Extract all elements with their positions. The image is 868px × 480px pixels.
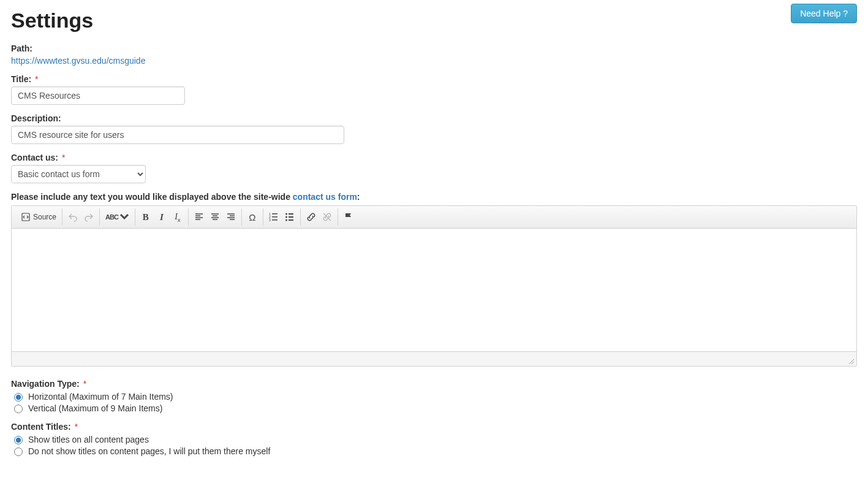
redo-button[interactable] (81, 210, 96, 224)
nav-type-label-text: Navigation Type: (11, 379, 80, 389)
source-icon (21, 212, 31, 222)
bold-icon: B (143, 212, 149, 223)
align-right-icon (226, 212, 236, 222)
flag-button[interactable] (341, 210, 356, 224)
path-label: Path: (11, 44, 857, 53)
editor-toolbar: Source ABC (12, 206, 856, 229)
omega-icon: Ω (249, 212, 255, 223)
editor-textarea[interactable] (12, 229, 856, 351)
undo-icon (68, 212, 78, 222)
rich-text-editor: Source ABC (11, 205, 857, 367)
description-field-group: Description: (11, 113, 857, 144)
align-right-button[interactable] (224, 210, 238, 224)
content-titles-group: Content Titles: * Show titles on all con… (11, 422, 857, 456)
align-left-button[interactable] (192, 210, 206, 224)
content-titles-hide-radio[interactable] (14, 448, 23, 456)
title-input[interactable] (11, 86, 185, 105)
bold-button[interactable]: B (138, 210, 153, 224)
nav-type-group: Navigation Type: * Horizontal (Maximum o… (11, 379, 857, 413)
contact-us-label-text: Contact us: (11, 153, 58, 162)
resize-handle-icon[interactable] (848, 357, 855, 365)
contact-us-field-group: Contact us: * Basic contact us form (11, 153, 857, 183)
required-asterisk: * (75, 422, 78, 432)
nav-vertical-radio[interactable] (14, 405, 23, 413)
svg-rect-6 (272, 219, 277, 221)
ordered-list-button[interactable]: 123 (266, 210, 281, 224)
unlink-button[interactable] (320, 210, 334, 224)
svg-rect-8 (289, 213, 293, 215)
content-titles-hide-label[interactable]: Do not show titles on content pages, I w… (28, 446, 270, 456)
italic-button[interactable]: I (154, 210, 169, 224)
undo-button[interactable] (66, 210, 80, 224)
link-icon (306, 212, 316, 222)
nav-vertical-label[interactable]: Vertical (Maximum of 9 Main Items) (28, 403, 162, 413)
redo-icon (84, 212, 94, 222)
chevron-down-icon (119, 212, 129, 222)
svg-point-7 (285, 213, 287, 215)
svg-point-11 (285, 219, 287, 221)
required-asterisk: * (62, 153, 65, 162)
source-label: Source (33, 213, 56, 221)
remove-format-icon: Ix (175, 211, 180, 223)
path-link[interactable]: https://wwwtest.gvsu.edu/cmsguide (11, 56, 145, 66)
description-input[interactable] (11, 126, 344, 144)
required-asterisk: * (83, 379, 86, 389)
svg-rect-4 (272, 216, 277, 218)
path-field: Path: https://wwwtest.gvsu.edu/cmsguide (11, 44, 857, 66)
nav-type-label: Navigation Type: * (11, 379, 857, 389)
need-help-button[interactable]: Need Help ? (791, 4, 857, 23)
svg-rect-10 (289, 216, 293, 218)
editor-intro-prefix: Please include any text you would like d… (11, 192, 293, 202)
align-center-button[interactable] (208, 210, 222, 224)
content-titles-show-label[interactable]: Show titles on all content pages (28, 435, 149, 444)
title-label-text: Title: (11, 74, 31, 84)
required-asterisk: * (35, 74, 38, 84)
align-left-icon (194, 212, 204, 222)
svg-point-9 (285, 216, 287, 218)
source-button[interactable]: Source (18, 210, 59, 224)
flag-icon (344, 212, 353, 222)
content-titles-label: Content Titles: * (11, 422, 857, 432)
content-titles-show-radio[interactable] (14, 436, 23, 444)
align-center-icon (210, 212, 220, 222)
unordered-list-icon (285, 212, 295, 222)
description-label: Description: (11, 113, 857, 123)
page-title: Settings (11, 9, 93, 32)
spellcheck-icon: ABC (105, 213, 118, 221)
title-field-group: Title: * (11, 74, 857, 105)
unordered-list-button[interactable] (282, 210, 297, 224)
nav-horizontal-radio[interactable] (14, 393, 23, 402)
title-label: Title: * (11, 74, 857, 84)
unlink-icon (322, 212, 332, 222)
contact-us-select[interactable]: Basic contact us form (11, 165, 146, 183)
svg-rect-2 (272, 213, 277, 215)
editor-intro-suffix: : (357, 192, 360, 202)
spellcheck-button[interactable]: ABC (103, 210, 132, 224)
svg-text:3: 3 (269, 218, 271, 222)
ordered-list-icon: 123 (269, 212, 279, 222)
editor-footer (12, 351, 856, 366)
contact-us-form-link[interactable]: contact us form (293, 192, 357, 202)
special-char-button[interactable]: Ω (245, 210, 260, 224)
editor-intro-label: Please include any text you would like d… (11, 192, 360, 202)
italic-icon: I (160, 212, 164, 223)
editor-intro: Please include any text you would like d… (11, 192, 857, 202)
contact-us-label: Contact us: * (11, 153, 857, 162)
content-titles-label-text: Content Titles: (11, 422, 71, 432)
svg-rect-12 (289, 219, 293, 221)
nav-horizontal-label[interactable]: Horizontal (Maximum of 7 Main Items) (28, 392, 173, 402)
remove-format-button[interactable]: Ix (170, 210, 185, 224)
link-button[interactable] (304, 210, 319, 224)
